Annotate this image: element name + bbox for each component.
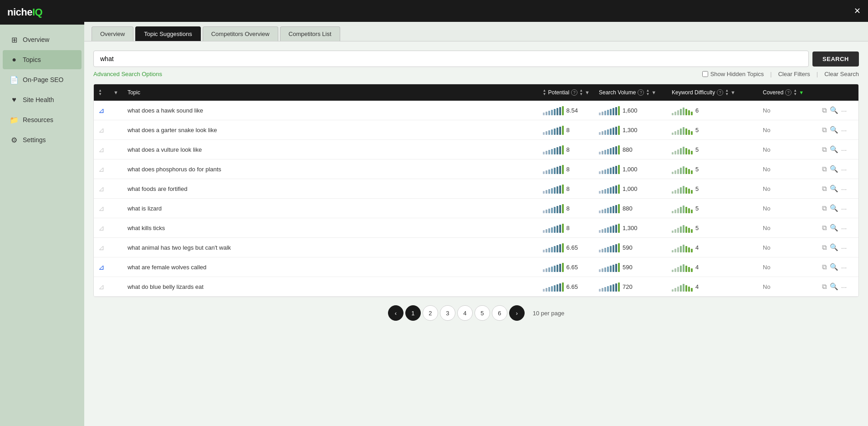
sv-value: 1,000 [623, 185, 638, 192]
bookmark-icon[interactable]: ⊿ [98, 224, 104, 232]
search-icon[interactable]: 🔍 [830, 204, 838, 212]
actions-cell: ⧉ 🔍 ··· [817, 199, 858, 218]
search-icon[interactable]: 🔍 [830, 165, 838, 173]
search-icon[interactable]: 🔍 [830, 243, 838, 251]
tab-competitors-list[interactable]: Competitors List [280, 26, 340, 41]
page-3-button[interactable]: 3 [440, 305, 455, 321]
page-6-button[interactable]: 6 [492, 305, 507, 321]
close-button[interactable]: ✕ [854, 6, 861, 16]
filter-icon[interactable]: ▼ [113, 90, 118, 95]
kd-cell: 5 [667, 199, 758, 218]
per-page-selector[interactable]: 10 per page [533, 310, 564, 317]
show-hidden-label[interactable]: Show Hidden Topics [702, 71, 764, 77]
prev-page-button[interactable]: ‹ [388, 305, 403, 321]
sidebar-item-on-page-seo[interactable]: 📄 On-Page SEO [3, 70, 82, 89]
copy-icon[interactable]: ⧉ [822, 185, 827, 193]
more-icon[interactable]: ··· [841, 126, 847, 134]
page-5-button[interactable]: 5 [475, 305, 490, 321]
options-row: Advanced Search Options Show Hidden Topi… [93, 71, 859, 77]
tab-topic-suggestions[interactable]: Topic Suggestions [135, 26, 201, 41]
sidebar-item-resources[interactable]: 📁 Resources [3, 110, 82, 129]
copy-icon[interactable]: ⧉ [822, 106, 827, 114]
kd-help-icon[interactable]: ? [717, 89, 723, 96]
potential-help-icon[interactable]: ? [571, 89, 577, 96]
kd-value: 5 [695, 146, 699, 153]
bookmark-icon[interactable]: ⊿ [98, 146, 104, 154]
sidebar-item-overview[interactable]: ⊞ Overview [3, 30, 82, 49]
sv-value: 880 [623, 205, 633, 212]
bookmark-icon[interactable]: ⊿ [98, 244, 104, 251]
bookmark-cell: ⊿ [94, 238, 109, 257]
page-2-button[interactable]: 2 [423, 305, 438, 321]
more-icon[interactable]: ··· [841, 107, 847, 114]
more-icon[interactable]: ··· [841, 263, 847, 271]
page-content: SEARCH Advanced Search Options Show Hidd… [84, 41, 868, 426]
covered-value: No [763, 225, 771, 231]
copy-icon[interactable]: ⧉ [822, 165, 827, 173]
more-icon[interactable]: ··· [841, 165, 847, 173]
topic-label: what do blue belly lizards eat [128, 283, 204, 290]
kd-cell: 4 [667, 277, 758, 297]
potential-value: 8 [567, 225, 570, 231]
show-hidden-checkbox[interactable] [702, 71, 708, 77]
bookmark-cell: ⊿ [94, 140, 109, 159]
more-icon[interactable]: ··· [841, 146, 847, 154]
tab-competitors-overview[interactable]: Competitors Overview [203, 26, 278, 41]
more-icon[interactable]: ··· [841, 244, 847, 251]
next-page-button[interactable]: › [509, 305, 525, 321]
potential-filter-icon[interactable]: ▼ [585, 90, 590, 95]
tab-overview[interactable]: Overview [92, 26, 133, 41]
covered-value: No [763, 166, 771, 173]
row-spacer [109, 120, 123, 140]
sidebar-item-settings[interactable]: ⚙ Settings [3, 130, 82, 149]
kd-value: 5 [695, 225, 699, 231]
potential-value: 8 [567, 185, 570, 192]
page-4-button[interactable]: 4 [457, 305, 473, 321]
search-icon[interactable]: 🔍 [830, 126, 838, 134]
bookmark-icon[interactable]: ⊿ [98, 263, 104, 271]
page-1-button[interactable]: 1 [405, 305, 421, 321]
more-icon[interactable]: ··· [841, 224, 847, 232]
copy-icon[interactable]: ⧉ [822, 204, 827, 212]
copy-icon[interactable]: ⧉ [822, 126, 827, 134]
advanced-search-link[interactable]: Advanced Search Options [93, 71, 162, 77]
potential-cell: 8 [538, 159, 594, 179]
search-icon[interactable]: 🔍 [830, 185, 838, 193]
copy-icon[interactable]: ⧉ [822, 145, 827, 154]
bookmark-icon[interactable]: ⊿ [98, 283, 104, 291]
bookmark-icon[interactable]: ⊿ [98, 185, 104, 193]
more-icon[interactable]: ··· [841, 185, 847, 193]
more-icon[interactable]: ··· [841, 283, 847, 291]
covered-help-icon[interactable]: ? [785, 89, 791, 96]
kd-filter-icon[interactable]: ▼ [730, 90, 735, 95]
search-button[interactable]: SEARCH [812, 51, 859, 67]
search-icon[interactable]: 🔍 [830, 145, 838, 154]
bookmark-icon[interactable]: ⊿ [98, 107, 104, 114]
sidebar-item-site-health[interactable]: ♥ Site Health [3, 90, 82, 109]
sidebar-item-topics[interactable]: ● Topics [3, 50, 82, 69]
topic-label: what animal has two legs but can't walk [128, 244, 231, 251]
copy-icon[interactable]: ⧉ [822, 282, 827, 291]
search-icon[interactable]: 🔍 [830, 263, 838, 271]
clear-filters-link[interactable]: Clear Filters [778, 71, 810, 77]
search-icon[interactable]: 🔍 [830, 106, 838, 114]
sv-help-icon[interactable]: ? [638, 89, 644, 96]
covered-filter-icon[interactable]: ▼ [799, 90, 804, 95]
kd-value: 4 [695, 283, 699, 290]
covered-value: No [763, 264, 771, 271]
search-icon[interactable]: 🔍 [830, 224, 838, 232]
bookmark-cell: ⊿ [94, 120, 109, 140]
more-icon[interactable]: ··· [841, 205, 847, 212]
covered-cell: No [758, 101, 817, 120]
copy-icon[interactable]: ⧉ [822, 224, 827, 232]
sv-filter-icon[interactable]: ▼ [651, 90, 656, 95]
row-spacer [109, 257, 123, 277]
copy-icon[interactable]: ⧉ [822, 243, 827, 251]
bookmark-icon[interactable]: ⊿ [98, 205, 104, 212]
search-input[interactable] [93, 51, 809, 67]
clear-search-link[interactable]: Clear Search [824, 71, 859, 77]
copy-icon[interactable]: ⧉ [822, 263, 827, 271]
bookmark-icon[interactable]: ⊿ [98, 165, 104, 173]
search-icon[interactable]: 🔍 [830, 282, 838, 291]
bookmark-icon[interactable]: ⊿ [98, 126, 104, 134]
